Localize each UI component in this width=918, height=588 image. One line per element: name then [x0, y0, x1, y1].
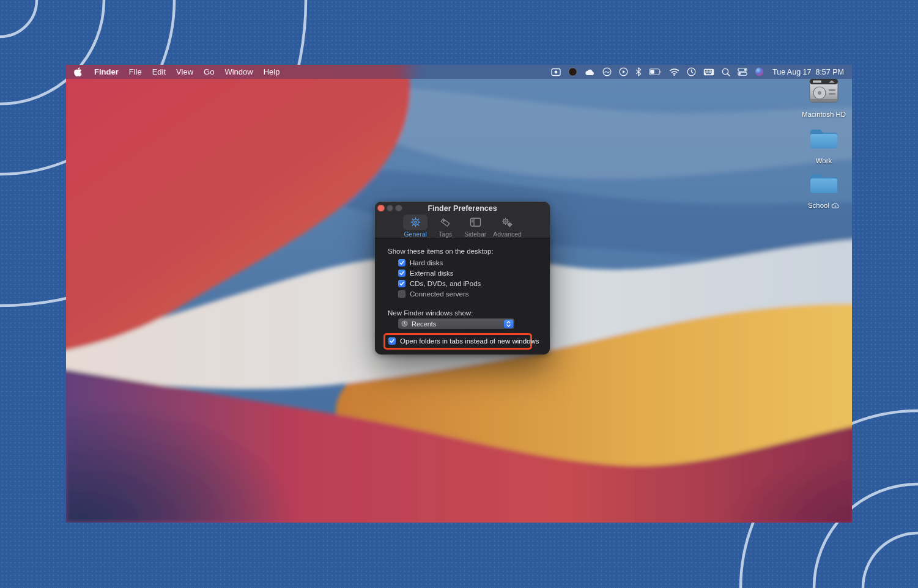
menu-bar: Finder File Edit View Go Window Help — [66, 65, 852, 79]
menu-item-file[interactable]: File — [129, 67, 142, 76]
dark-circle-app-icon[interactable] — [568, 67, 577, 76]
window-title: Finder Preferences — [375, 204, 550, 213]
menu-item-go[interactable]: Go — [204, 67, 214, 76]
menu-item-window[interactable]: Window — [224, 67, 253, 76]
tab-advanced[interactable]: Advanced — [493, 215, 522, 238]
window-content: Show these items on the desktop: Hard di… — [375, 239, 550, 355]
menu-bar-clock[interactable]: Tue Aug 17 8:57 PM — [772, 68, 844, 76]
wifi-icon[interactable] — [669, 68, 679, 76]
desktop-icon-macintosh-hd[interactable]: Macintosh HD — [795, 76, 852, 119]
play-circle-icon[interactable] — [619, 67, 628, 76]
icloud-download-icon — [831, 202, 840, 208]
tab-general[interactable]: General — [403, 215, 428, 238]
desktop-icon-label: School — [808, 202, 829, 209]
checkbox-connected-servers[interactable] — [398, 290, 405, 298]
tab-label: Advanced — [493, 230, 522, 238]
tab-sidebar[interactable]: Sidebar — [463, 215, 487, 238]
checkbox-row-open-in-tabs: Open folders in tabs instead of new wind… — [388, 337, 539, 345]
select-value: Recents — [412, 320, 504, 328]
menu-item-finder[interactable]: Finder — [94, 67, 119, 76]
gears-icon — [495, 215, 519, 230]
tab-label: Sidebar — [464, 230, 486, 238]
bluetooth-icon[interactable] — [635, 67, 642, 76]
checkbox-label: External disks — [410, 270, 454, 277]
siri-icon[interactable] — [755, 67, 764, 76]
folder-icon — [795, 171, 852, 196]
screen-mirroring-icon[interactable] — [551, 68, 561, 76]
mac-desktop-screenshot: Finder File Edit View Go Window Help — [66, 65, 852, 523]
section-label-new-windows: New Finder windows show: — [388, 309, 473, 317]
desktop-icon-label: Macintosh HD — [802, 111, 846, 118]
select-stepper-icon[interactable] — [504, 320, 513, 328]
checkbox-external-disks[interactable] — [398, 270, 405, 277]
checkbox-row-connected-servers: Connected servers — [398, 290, 469, 298]
folder-icon — [795, 126, 852, 152]
checkbox-row-hard-disks: Hard disks — [398, 259, 443, 266]
checkbox-label: CDs, DVDs, and iPods — [410, 280, 481, 287]
recents-icon — [401, 320, 408, 327]
checkbox-cds-dvds-ipods[interactable] — [398, 280, 405, 287]
hard-drive-icon — [795, 76, 852, 105]
checkbox-label: Open folders in tabs instead of new wind… — [400, 337, 539, 345]
menu-item-view[interactable]: View — [176, 67, 193, 76]
gear-icon — [403, 215, 428, 230]
apple-logo-icon[interactable] — [74, 67, 82, 76]
window-header: Finder Preferences General — [375, 202, 550, 238]
keyboard-icon[interactable] — [703, 68, 714, 76]
tab-label: Tags — [439, 230, 452, 238]
checkbox-row-external-disks: External disks — [398, 270, 454, 277]
desktop-icon-label: Work — [816, 157, 832, 164]
menu-item-edit[interactable]: Edit — [152, 67, 166, 76]
checkbox-label: Hard disks — [410, 259, 443, 266]
tab-tags[interactable]: Tags — [433, 215, 457, 238]
tag-icon — [433, 215, 457, 230]
creative-cloud-icon[interactable] — [602, 67, 612, 76]
checkbox-hard-disks[interactable] — [398, 259, 405, 266]
spotlight-search-icon[interactable] — [722, 68, 730, 76]
checkbox-label: Connected servers — [410, 290, 469, 298]
clock-icon[interactable] — [687, 67, 696, 76]
new-window-select[interactable]: Recents — [398, 318, 514, 329]
section-label-desktop-items: Show these items on the desktop: — [388, 248, 494, 255]
sidebar-icon — [463, 215, 487, 230]
checkbox-row-cds-dvds-ipods: CDs, DVDs, and iPods — [398, 280, 481, 287]
control-center-icon[interactable] — [738, 68, 747, 76]
checkbox-open-in-tabs[interactable] — [388, 337, 396, 345]
tab-label: General — [404, 230, 426, 238]
desktop-icon-school[interactable]: School — [795, 171, 852, 210]
toolbar-tabs: General Tags Sideb — [375, 215, 550, 238]
menu-item-help[interactable]: Help — [264, 67, 280, 76]
desktop-icon-work[interactable]: Work — [795, 126, 852, 166]
finder-preferences-window: Finder Preferences General — [375, 202, 550, 355]
cloud-icon[interactable] — [585, 68, 595, 76]
battery-icon[interactable] — [649, 68, 662, 75]
